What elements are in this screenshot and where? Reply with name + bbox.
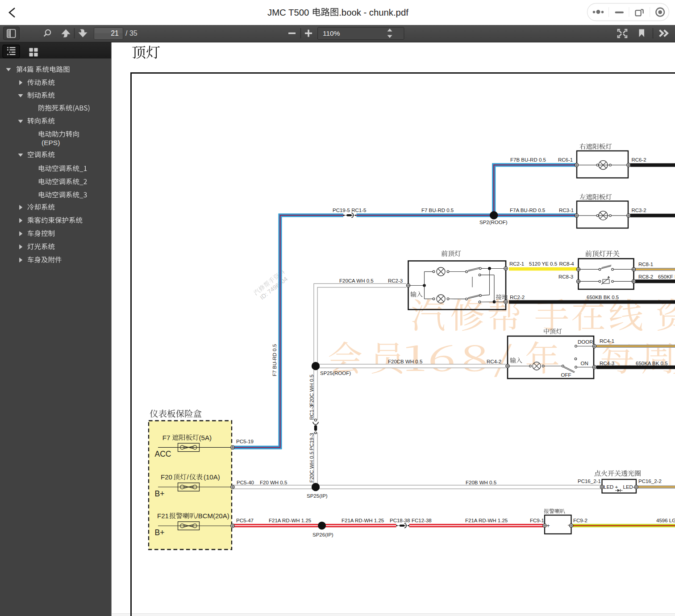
svg-text:FC9-1: FC9-1 bbox=[530, 518, 544, 523]
svg-text:RC6-2: RC6-2 bbox=[632, 157, 646, 162]
svg-text:-: - bbox=[568, 521, 570, 528]
svg-text:RC2-2: RC2-2 bbox=[510, 295, 525, 300]
svg-text:(5A): (5A) bbox=[199, 434, 212, 441]
svg-text:F7: F7 bbox=[162, 434, 171, 441]
svg-text:F21: F21 bbox=[157, 512, 169, 520]
svg-text:LED-: LED- bbox=[623, 484, 635, 490]
svg-text:RC4-1: RC4-1 bbox=[600, 338, 614, 344]
svg-text:F20 WH 0.5: F20 WH 0.5 bbox=[260, 480, 287, 485]
svg-text:RC1-3: RC1-3 bbox=[309, 405, 314, 420]
svg-text:F7 BU-RD 0.5: F7 BU-RD 0.5 bbox=[272, 344, 277, 376]
svg-text:RC3-1: RC3-1 bbox=[559, 208, 574, 213]
svg-text:RC3-2: RC3-2 bbox=[632, 208, 646, 213]
svg-text:.book - chunk.pdf: .book - chunk.pdf bbox=[339, 8, 408, 17]
svg-text:+: + bbox=[546, 522, 550, 529]
svg-text:650KA BK 0.5: 650KA BK 0.5 bbox=[636, 361, 668, 366]
svg-text:SP25(ROOF): SP25(ROOF) bbox=[320, 370, 351, 376]
svg-text:(10A): (10A) bbox=[204, 473, 220, 481]
svg-text:F7A BU-RD 0.5: F7A BU-RD 0.5 bbox=[510, 208, 545, 213]
svg-text:FC9-2: FC9-2 bbox=[573, 518, 588, 523]
svg-text:PC16_2-2: PC16_2-2 bbox=[638, 479, 662, 484]
svg-text:4596 LG: 4596 LG bbox=[656, 518, 675, 523]
svg-text:B+: B+ bbox=[155, 489, 165, 498]
svg-text:PC5-47: PC5-47 bbox=[236, 518, 254, 523]
svg-text:DOOR: DOOR bbox=[578, 339, 593, 345]
svg-text:F20: F20 bbox=[161, 473, 172, 481]
svg-text:F21A RD-WH 1.25: F21A RD-WH 1.25 bbox=[342, 518, 384, 523]
svg-text:RC4-2: RC4-2 bbox=[487, 359, 501, 364]
svg-text:RC8-4: RC8-4 bbox=[559, 261, 575, 266]
svg-text:ACC: ACC bbox=[155, 450, 171, 458]
svg-text:F21A RD-WH 1.25: F21A RD-WH 1.25 bbox=[269, 518, 311, 523]
svg-text:650KB BK 0.5: 650KB BK 0.5 bbox=[587, 295, 619, 300]
svg-text:LED +: LED + bbox=[604, 484, 618, 490]
svg-text:650KF BK 0.5: 650KF BK 0.5 bbox=[658, 274, 675, 279]
svg-text:B+: B+ bbox=[155, 528, 165, 537]
svg-text:RC2-3: RC2-3 bbox=[388, 278, 403, 283]
svg-text:F7B BU-RD 0.5: F7B BU-RD 0.5 bbox=[510, 157, 546, 162]
svg-text:PC5-19: PC5-19 bbox=[236, 439, 254, 444]
svg-text:PC19-5 RC1-5: PC19-5 RC1-5 bbox=[333, 208, 366, 213]
svg-text:/BCM(20A): /BCM(20A) bbox=[196, 512, 229, 520]
svg-text:5120 YE 0.5: 5120 YE 0.5 bbox=[529, 261, 557, 266]
svg-text:RC2-1: RC2-1 bbox=[509, 261, 524, 266]
svg-text:PC18-38: PC18-38 bbox=[390, 518, 410, 523]
svg-text:RC8-3: RC8-3 bbox=[558, 274, 573, 279]
svg-text:F20C WH 0.5: F20C WH 0.5 bbox=[309, 452, 314, 483]
svg-text:SP25(IP): SP25(IP) bbox=[307, 493, 328, 499]
svg-text:RC8-1: RC8-1 bbox=[638, 262, 653, 267]
svg-text:(EPS): (EPS) bbox=[42, 139, 60, 146]
svg-text:ON: ON bbox=[581, 361, 588, 366]
svg-text:SP26(IP): SP26(IP) bbox=[312, 532, 333, 537]
svg-text:F20CB WH 0.5: F20CB WH 0.5 bbox=[388, 359, 422, 364]
svg-text:SP2(ROOF): SP2(ROOF) bbox=[479, 220, 508, 225]
svg-text:F21A RD-WH 1.25: F21A RD-WH 1.25 bbox=[465, 518, 508, 523]
svg-text:JMC T500: JMC T500 bbox=[267, 8, 309, 17]
svg-text:OFF: OFF bbox=[561, 372, 571, 378]
svg-text:RC4-3: RC4-3 bbox=[600, 361, 614, 366]
svg-text:PC19-3: PC19-3 bbox=[309, 433, 314, 450]
svg-text:PC5-40: PC5-40 bbox=[237, 480, 254, 485]
svg-text:FC12-38: FC12-38 bbox=[412, 518, 432, 523]
svg-text:F20B WH 0.5: F20B WH 0.5 bbox=[466, 480, 496, 485]
svg-text:RC6-1: RC6-1 bbox=[558, 157, 573, 162]
svg-text:F20CA WH 0.5: F20CA WH 0.5 bbox=[339, 278, 374, 283]
svg-text:F20C WH 0.5: F20C WH 0.5 bbox=[309, 375, 314, 406]
svg-text:PC16_2-1: PC16_2-1 bbox=[578, 479, 601, 484]
svg-text:RC8-2: RC8-2 bbox=[638, 274, 653, 279]
svg-text:F7 BU-RD 0.5: F7 BU-RD 0.5 bbox=[421, 208, 454, 213]
